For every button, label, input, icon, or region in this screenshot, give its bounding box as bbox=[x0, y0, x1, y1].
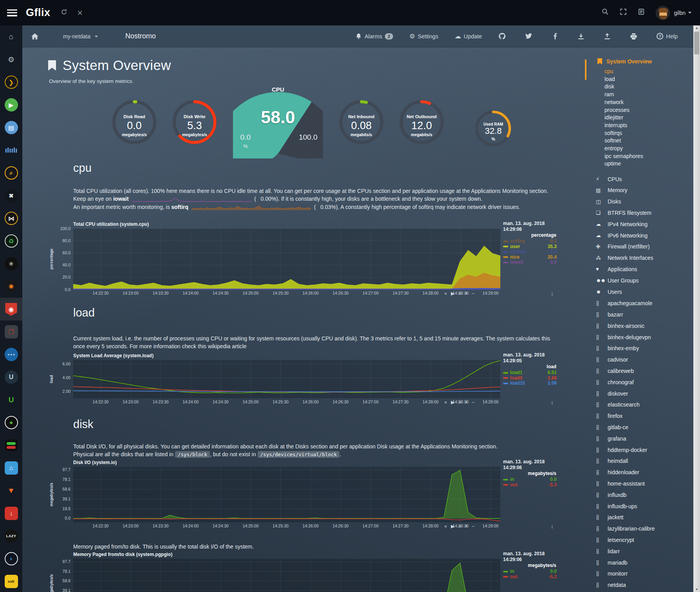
toc-section-disks[interactable]: ◫Disks bbox=[596, 196, 693, 207]
zoom-in-icon[interactable]: + bbox=[465, 524, 468, 529]
legend-item-load5[interactable]: load52.68 bbox=[503, 376, 557, 381]
toc-app-firefox[interactable]: ⣿firefox bbox=[596, 410, 693, 422]
toc-app-cadvisor[interactable]: ⣿cadvisor bbox=[596, 354, 693, 365]
sidebar-app-house-app[interactable]: ⌂ bbox=[0, 457, 22, 479]
toc-app-grafana[interactable]: ⣿grafana bbox=[596, 433, 693, 444]
legend-item-load15[interactable]: load152.06 bbox=[503, 381, 557, 386]
toc-section-btrfs-filesystem[interactable]: ❏BTRFS filesystem bbox=[596, 207, 693, 219]
toc-app-monitorr[interactable]: ⣿monitorr bbox=[596, 568, 693, 579]
import-button[interactable] bbox=[577, 33, 587, 40]
play-icon[interactable]: ▶ bbox=[451, 399, 455, 405]
toc-app-home-assistant[interactable]: ⣿home-assistant bbox=[596, 478, 693, 489]
chart-plot-area[interactable]: 14:22:3014:23:0014:23:3014:24:0014:24:30… bbox=[48, 552, 557, 592]
pan-backward-icon[interactable]: « bbox=[444, 524, 447, 529]
gauge-net-outbound[interactable]: Net Outbound12.0megabits/s bbox=[392, 99, 451, 145]
sidebar-app-sab[interactable]: sab bbox=[0, 570, 22, 592]
zoom-in-icon[interactable]: + bbox=[465, 399, 468, 405]
sidebar-app-emby[interactable]: ▶ bbox=[0, 94, 22, 116]
legend-item-softirq[interactable]: softirq0.0 bbox=[503, 239, 557, 244]
chart-resize-handle[interactable]: ↕ bbox=[551, 524, 554, 529]
search-icon[interactable] bbox=[602, 8, 609, 17]
toc-item-disk[interactable]: disk bbox=[604, 83, 693, 91]
sidebar-app-airsonic[interactable]: ılıılı bbox=[0, 139, 22, 162]
update-button[interactable]: ☁ Update bbox=[455, 33, 482, 40]
toc-app-calibreweb[interactable]: ⣿calibreweb bbox=[596, 365, 693, 377]
toc-app-apacheguacamole[interactable]: ⣿apacheguacamole bbox=[596, 298, 693, 309]
zoom-out-icon[interactable]: − bbox=[472, 291, 474, 296]
legend-item-iowait[interactable]: iowait0.0 bbox=[503, 260, 557, 265]
sidebar-app-grafana[interactable]: ✺ bbox=[0, 275, 22, 298]
sidebar-app-deluge-drop[interactable]: ◗ bbox=[0, 547, 22, 570]
toc-item-interrupts[interactable]: interrupts bbox=[604, 122, 693, 130]
facebook-link[interactable] bbox=[552, 33, 561, 40]
toc-item-softnet[interactable]: softnet bbox=[604, 137, 693, 145]
toc-item-ipc-semaphores[interactable]: ipc semaphores bbox=[604, 153, 693, 160]
sidebar-app-home[interactable]: ⌂ bbox=[0, 25, 22, 48]
legend-item-in[interactable]: in0.0 bbox=[503, 569, 557, 574]
pan-forward-icon[interactable]: » bbox=[458, 399, 461, 405]
sidebar-app-gitlab[interactable]: ▼ bbox=[0, 479, 22, 502]
toc-app-bazarr[interactable]: ⣿bazarr bbox=[596, 309, 693, 320]
chart-resize-handle[interactable]: ↕ bbox=[551, 399, 554, 405]
toc-app-heimdall[interactable]: ⣿heimdall bbox=[596, 455, 693, 467]
toc-app-elasticsearch[interactable]: ⣿elasticsearch bbox=[596, 399, 693, 410]
toc-item-entropy[interactable]: entropy bbox=[604, 145, 693, 153]
toc-app-binhex-delugevpn[interactable]: ⣿binhex-delugevpn bbox=[596, 331, 693, 343]
hostname[interactable]: Nostromo bbox=[125, 32, 156, 40]
sidebar-app-green-disc[interactable]: ● bbox=[0, 411, 22, 434]
close-icon[interactable]: × bbox=[78, 10, 83, 16]
zoom-out-icon[interactable]: − bbox=[472, 399, 474, 405]
toc-item-cpu[interactable]: cpu bbox=[604, 68, 693, 76]
gauge-used-ram[interactable]: Used RAM32.8% bbox=[464, 110, 523, 147]
toc-item-load[interactable]: load bbox=[604, 76, 693, 83]
refresh-icon[interactable] bbox=[61, 9, 67, 17]
toc-app-lazylibrarian-calibre[interactable]: ⣿lazylibrarian-calibre bbox=[596, 523, 693, 534]
sidebar-app-plex[interactable]: ❯ bbox=[0, 71, 22, 94]
toc-app-netdata[interactable]: ⣿netdata bbox=[596, 579, 693, 591]
toc-section-memory[interactable]: ▤Memory bbox=[596, 185, 693, 196]
sidebar-app-download-red[interactable]: ↓ bbox=[0, 502, 22, 525]
scrollbar-thumb[interactable] bbox=[694, 32, 699, 54]
sidebar-app-settings[interactable]: ⚙ bbox=[0, 48, 22, 71]
toc-app-influxdb-ups[interactable]: ⣿influxdb-ups bbox=[596, 500, 693, 512]
play-icon[interactable]: ▶ bbox=[451, 524, 455, 529]
sidebar-app-diskover-nodes[interactable]: ✳ bbox=[0, 252, 22, 275]
toc-section-user-groups[interactable]: ☻☻User Groups bbox=[596, 275, 693, 286]
pan-forward-icon[interactable]: » bbox=[458, 524, 461, 529]
toc-section-network-interfaces[interactable]: ⁂Network Interfaces bbox=[596, 252, 693, 264]
export-button[interactable] bbox=[604, 33, 613, 40]
toc-app-mariadb[interactable]: ⣿mariadb bbox=[596, 557, 693, 568]
chart-plot-area[interactable]: 14:22:3014:23:0014:23:3014:24:0014:24:30… bbox=[48, 353, 557, 405]
toc-app-influxdb[interactable]: ⣿influxdb bbox=[596, 489, 693, 500]
user-avatar[interactable] bbox=[656, 6, 670, 20]
cpu-gauge[interactable]: CPU 58.0 0.0 % 100.0 bbox=[233, 86, 323, 158]
zoom-out-icon[interactable]: − bbox=[472, 524, 474, 529]
chart-plot-area[interactable]: 14:22:3014:23:0014:23:3014:24:0014:24:30… bbox=[48, 460, 557, 529]
sidebar-app-ombi[interactable]: ✖ bbox=[0, 184, 22, 207]
print-button[interactable] bbox=[630, 33, 640, 40]
legend-item-nice[interactable]: nice20.4 bbox=[503, 255, 557, 260]
toc-app-chronograf[interactable]: ⣿chronograf bbox=[596, 376, 693, 388]
zoom-in-icon[interactable]: + bbox=[465, 291, 468, 296]
scrollbar-up-arrow-icon[interactable]: ▲ bbox=[693, 26, 700, 30]
toc-item-processes[interactable]: processes bbox=[604, 106, 693, 114]
sidebar-app-bowtie[interactable]: ⋈ bbox=[0, 207, 22, 230]
server-dropdown[interactable]: my-netdata bbox=[63, 33, 98, 40]
toc-app-hiddenloader[interactable]: ⣿hiddenloader bbox=[596, 467, 693, 478]
sidebar-app-recycle[interactable]: ♻ bbox=[0, 230, 22, 252]
sidebar-app-netdata-shield[interactable]: ◉ bbox=[0, 298, 22, 320]
toc-app-hddtemp-docker[interactable]: ⣿hddtemp-docker bbox=[596, 444, 693, 455]
toc-app-lidarr[interactable]: ⣿lidarr bbox=[596, 545, 693, 557]
hamburger-menu-icon[interactable] bbox=[7, 9, 17, 16]
home-icon[interactable] bbox=[31, 33, 39, 40]
toc-section-firewall-netfilter-[interactable]: ✙Firewall (netfilter) bbox=[596, 241, 693, 252]
twitter-link[interactable] bbox=[525, 33, 535, 40]
scrollbar-down-arrow-icon[interactable]: ▼ bbox=[693, 588, 700, 591]
chart-resize-handle[interactable]: ↕ bbox=[551, 291, 554, 297]
toc-section-applications[interactable]: ♥Applications bbox=[596, 264, 693, 275]
gauge-disk-read[interactable]: Disk Read0.0megabytes/s bbox=[105, 99, 164, 145]
legend-item-user[interactable]: user35.3 bbox=[503, 244, 557, 250]
news-icon[interactable] bbox=[638, 8, 645, 17]
username[interactable]: gilbn bbox=[674, 10, 686, 16]
toc-section-ipv6-networking[interactable]: ☁IPv6 Networking bbox=[596, 230, 693, 241]
